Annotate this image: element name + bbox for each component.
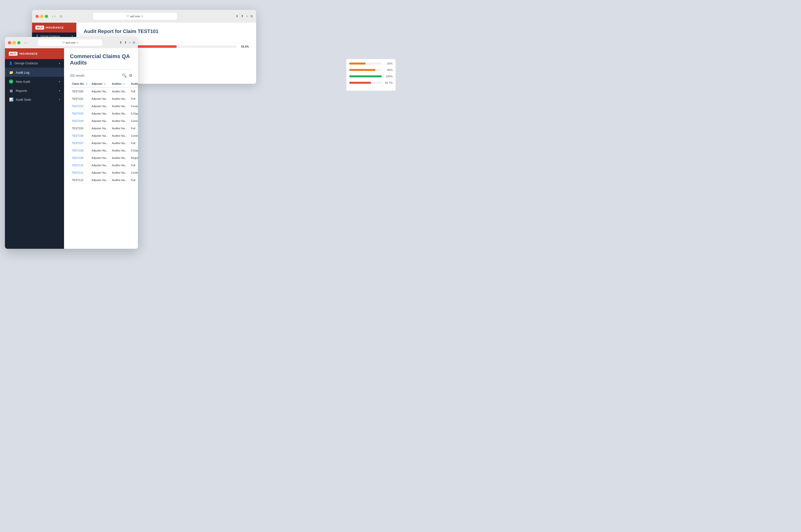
front-minimize-button[interactable] (13, 41, 16, 44)
claim-link[interactable]: TEST111 (72, 171, 83, 174)
claim-link[interactable]: TEST107 (72, 141, 83, 145)
cell-claim-no: TEST112 (70, 176, 90, 184)
cell-audit-type: Coverage S... (129, 169, 138, 176)
claim-link[interactable]: TEST102 (72, 105, 83, 108)
front-sort-adjuster[interactable]: ⇅ (104, 83, 106, 85)
front-col-auditor: Auditor ⇅ (110, 80, 129, 88)
back-newtab-icon[interactable]: + (246, 14, 248, 18)
cell-claim-no[interactable]: TEST109 (70, 154, 90, 162)
front-arrow-left[interactable]: ‹ (24, 41, 25, 44)
cell-audit-type: Correspon... (129, 117, 138, 125)
front-reports-label: Reports (16, 89, 56, 93)
cell-adjuster: Adjuster Na... (90, 169, 110, 176)
front-maximize-button[interactable] (17, 41, 20, 44)
cell-auditor: Auditor Na... (110, 169, 129, 176)
back-tabs-icon[interactable]: ⧉ (250, 14, 253, 18)
back-nav-arrows: ‹ › (52, 14, 56, 18)
cell-claim-no[interactable]: TEST107 (70, 139, 90, 147)
front-nav-arrows: ‹ › (24, 41, 27, 44)
front-col-audit-type: Audit Type ⇅ (129, 80, 138, 88)
front-wcf-badge: WCF (9, 52, 18, 56)
cell-auditor: Auditor Na... (110, 132, 129, 139)
claim-link[interactable]: TEST109 (72, 156, 83, 159)
front-share-icon[interactable]: ⬆ (124, 41, 127, 44)
right-bar-4 (349, 82, 371, 84)
cell-claim-no[interactable]: TEST111 (70, 169, 90, 176)
front-user-row[interactable]: 👤 George Costanza ▾ (5, 59, 64, 68)
back-share-icon[interactable]: ⬆ (241, 14, 244, 18)
cell-auditor: Auditor Na... (110, 88, 129, 95)
cell-audit-type: Full (129, 162, 138, 169)
back-shield-icon: 🛡 (126, 15, 129, 18)
right-bar-2 (349, 69, 375, 71)
claim-link[interactable]: TEST104 (72, 119, 83, 122)
cell-audit-type: Coverage S... (129, 132, 138, 139)
right-bar-wrap-2 (349, 69, 382, 71)
claim-link[interactable]: TEST103 (72, 112, 83, 115)
cell-claim-no[interactable]: TEST106 (70, 132, 90, 139)
back-maximize-button[interactable] (45, 15, 48, 18)
claim-link[interactable]: TEST110 (72, 164, 83, 167)
front-reports-chevron: ▾ (59, 90, 60, 92)
front-filter-icon[interactable]: ⧉ (129, 73, 132, 78)
front-col-claim-no: Claim No. ⇅ (70, 80, 90, 88)
front-sort-claim[interactable]: ⇅ (86, 83, 88, 85)
front-username: George Costanza (15, 61, 38, 65)
front-close-button[interactable] (8, 41, 11, 44)
right-score-row-4: 66.7% (349, 81, 393, 84)
cell-audit-type: Coverage S... (129, 102, 138, 110)
cell-adjuster: Adjuster Na... (90, 162, 110, 169)
right-pct-3: 100% (384, 75, 393, 78)
front-reload-icon[interactable]: ↻ (77, 41, 79, 44)
front-nav-reports[interactable]: ▦ Reports ▾ (5, 86, 64, 95)
back-reload-icon[interactable]: ↻ (141, 15, 144, 18)
table-row: TEST110Adjuster Na...Auditor Na...Full90… (70, 162, 138, 169)
cell-claim-no[interactable]: TEST104 (70, 117, 90, 125)
front-sort-auditor[interactable]: ⇅ (123, 83, 125, 85)
front-tabs-icon[interactable]: ⧉ (133, 41, 135, 44)
back-wcf-badge: WCF (36, 25, 44, 30)
front-nav-new-audit[interactable]: + New Audit ▾ (5, 77, 64, 86)
front-newtab-icon[interactable]: + (129, 41, 131, 44)
back-url[interactable]: wcf.com (130, 15, 140, 18)
cell-claim-no[interactable]: TEST103 (70, 110, 90, 117)
front-stats-icon: 📊 (9, 97, 13, 101)
back-arrow-right[interactable]: › (54, 14, 55, 18)
front-audit-stats-label: Audit Stats (16, 98, 56, 101)
claim-link[interactable]: TEST108 (72, 149, 83, 152)
cell-claim-no: TEST100 (70, 88, 90, 95)
table-row: TEST103Adjuster Na...Auditor Na...5-Day … (70, 110, 138, 117)
back-close-button[interactable] (36, 15, 39, 18)
right-score-row-2: 80% (349, 69, 393, 72)
table-row: TEST100Adjuster Na...Auditor Na...FullIn… (70, 88, 138, 95)
front-nav-audit-log[interactable]: 📁 Audit Log (5, 68, 64, 77)
cell-adjuster: Adjuster Na... (90, 88, 110, 95)
front-address-bar[interactable]: 🛡 wcf.com ↻ (38, 39, 102, 46)
cell-auditor: Auditor Na... (110, 147, 129, 154)
cell-adjuster: Adjuster Na... (90, 125, 110, 132)
claim-link[interactable]: TEST106 (72, 134, 83, 137)
front-table-header-row: Claim No. ⇅ Adjuster ⇅ Auditor ⇅ Audit T… (70, 80, 138, 88)
right-bar-wrap-3 (349, 75, 382, 77)
cell-audit-type: Full (129, 88, 138, 95)
front-arrow-right[interactable]: › (26, 41, 27, 44)
front-nav-audit-stats[interactable]: 📊 Audit Stats ▾ (5, 95, 64, 104)
back-address-bar[interactable]: 🛡 wcf.com ↻ (93, 13, 177, 20)
table-row: TEST105Adjuster Na...Auditor Na...FullIn… (70, 125, 138, 132)
front-download-icon[interactable]: ⬇ (119, 41, 122, 44)
cell-claim-no: TEST105 (70, 125, 90, 132)
cell-claim-no[interactable]: TEST108 (70, 147, 90, 154)
front-audit-stats-chevron: ▾ (59, 98, 60, 101)
back-download-icon[interactable]: ⬇ (236, 14, 239, 18)
front-search-icon[interactable]: 🔍 (122, 73, 127, 78)
cell-claim-no[interactable]: TEST110 (70, 162, 90, 169)
back-arrow-left[interactable]: ‹ (52, 14, 53, 18)
back-traffic-lights (36, 15, 48, 18)
cell-claim-no[interactable]: TEST102 (70, 102, 90, 110)
front-chrome-bar: ‹ › 🛡 wcf.com ↻ ⬇ ⬆ + ⧉ (5, 37, 138, 48)
front-plus-circle-icon: + (9, 79, 13, 84)
front-url[interactable]: wcf.com (66, 41, 76, 44)
back-minimize-button[interactable] (40, 15, 43, 18)
front-new-audit-chevron: ▾ (59, 80, 60, 83)
cell-adjuster: Adjuster Na... (90, 154, 110, 162)
